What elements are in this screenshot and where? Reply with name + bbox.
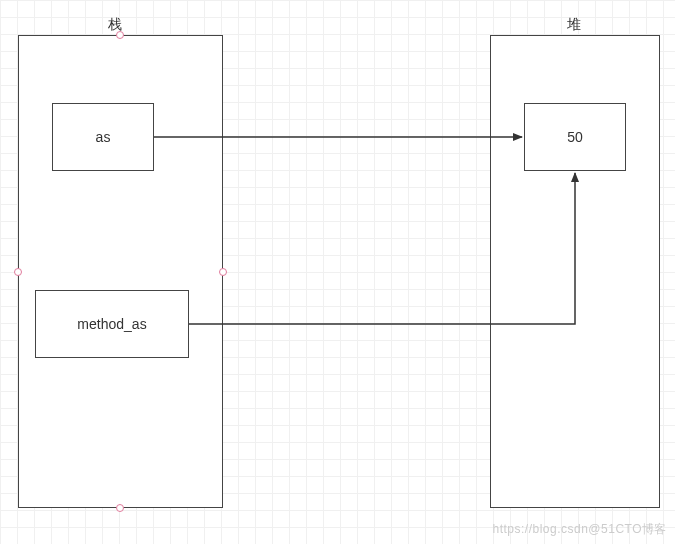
as-box-text: as bbox=[96, 129, 111, 145]
fifty-box-text: 50 bbox=[567, 129, 583, 145]
selection-handle[interactable] bbox=[219, 268, 227, 276]
watermark: https://blog.csdn@51CTO博客 bbox=[492, 521, 667, 538]
method-as-box-text: method_as bbox=[77, 316, 146, 332]
selection-handle[interactable] bbox=[14, 268, 22, 276]
method-as-box: method_as bbox=[35, 290, 189, 358]
selection-handle[interactable] bbox=[116, 504, 124, 512]
fifty-box: 50 bbox=[524, 103, 626, 171]
selection-handle[interactable] bbox=[116, 31, 124, 39]
as-box: as bbox=[52, 103, 154, 171]
heap-label: 堆 bbox=[567, 16, 581, 34]
